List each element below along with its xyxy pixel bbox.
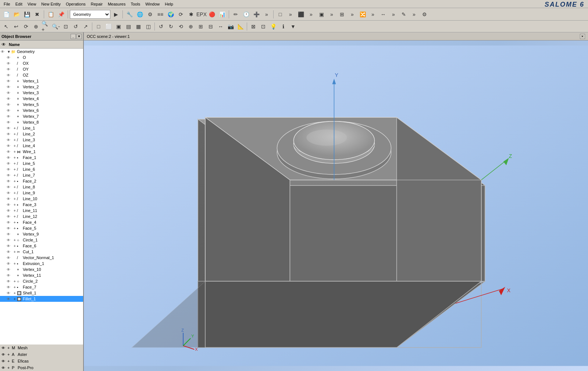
vt-pan[interactable]: ↩ xyxy=(11,22,21,31)
tree-expander-27[interactable]: + xyxy=(13,209,17,213)
tb-view-10[interactable]: » xyxy=(368,10,378,19)
tree-expander-36[interactable]: + xyxy=(13,262,17,266)
vt-shade3[interactable]: ▦ xyxy=(133,22,143,31)
tree-item-line-5[interactable]: 👁+/Line_5 xyxy=(0,160,83,166)
tree-eye-19[interactable]: 👁 xyxy=(7,162,13,166)
tree-eye-13[interactable]: 👁 xyxy=(7,126,13,130)
vt-props[interactable]: ℹ xyxy=(278,22,288,31)
tb-draw-3[interactable]: ➕ xyxy=(252,10,261,19)
tree-eye-28[interactable]: 👁 xyxy=(7,215,13,219)
menu-tools[interactable]: Tools xyxy=(128,1,142,7)
tree-item-vertex-1[interactable]: 👁 +Vertex_1 xyxy=(0,78,83,84)
tree-expander-21[interactable]: + xyxy=(13,173,17,177)
tree-expander-14[interactable]: + xyxy=(13,132,17,136)
tb-view-1[interactable]: □ xyxy=(275,10,285,19)
tree-eye-16[interactable]: 👁 xyxy=(7,144,13,148)
menu-edit[interactable]: Edit xyxy=(13,1,25,7)
tree-eye-36[interactable]: 👁 xyxy=(7,262,13,266)
tree-eye-20[interactable]: 👁 xyxy=(7,167,13,172)
tb-view-3[interactable]: ⬛ xyxy=(296,10,306,19)
tree-expander-28[interactable]: + xyxy=(13,215,17,219)
tree-item-line-7[interactable]: 👁+/Line_7 xyxy=(0,172,83,178)
tree-expander-39[interactable]: + xyxy=(13,279,17,283)
tree-expander-17[interactable]: + xyxy=(13,150,17,154)
tree-item-vertex-3[interactable]: 👁 +Vertex_3 xyxy=(0,90,83,96)
bottom-exp-0[interactable]: + xyxy=(7,346,12,350)
tree-item-face-1[interactable]: 👁+▪Face_1 xyxy=(0,155,83,160)
menu-measures[interactable]: Measures xyxy=(106,1,128,7)
vt-zoom-area[interactable]: 🔍+ xyxy=(41,22,51,31)
tb-icon-4[interactable]: ≡≡ xyxy=(156,10,165,19)
tree-eye-29[interactable]: 👁 xyxy=(7,220,13,225)
viewer-canvas[interactable]: Y Z X Z X Y xyxy=(84,40,588,371)
tree-expander-32[interactable]: + xyxy=(13,238,17,242)
paste-button[interactable]: 📌 xyxy=(56,10,66,19)
tb-view-14[interactable]: » xyxy=(409,10,419,19)
menu-help[interactable]: Help xyxy=(163,1,175,7)
tree-expander-29[interactable]: + xyxy=(13,220,17,225)
tree-eye-15[interactable]: 👁 xyxy=(7,138,13,142)
bottom-exp-2[interactable]: + xyxy=(7,359,12,363)
module-go-button[interactable]: ▶ xyxy=(111,10,121,19)
tree-item-geometry[interactable]: 👁▼📁Geometry xyxy=(0,49,83,54)
vt-zoom-fit[interactable]: ⊡ xyxy=(61,22,71,31)
vt-measure[interactable]: 📐 xyxy=(236,22,245,31)
tree-item-oy[interactable]: 👁 /OY xyxy=(0,66,83,72)
vt-rotate[interactable]: ⟳ xyxy=(21,22,31,31)
tree-item-vertex-6[interactable]: 👁 +Vertex_6 xyxy=(0,107,83,113)
tree-eye-1[interactable]: 👁 xyxy=(7,56,13,60)
tree-item-vertex-2[interactable]: 👁 +Vertex_2 xyxy=(0,84,83,90)
tree-eye-22[interactable]: 👁 xyxy=(7,179,13,183)
vt-origin[interactable]: ⊕ xyxy=(31,22,41,31)
vt-pointer[interactable]: ↖ xyxy=(1,22,11,31)
tree-eye-23[interactable]: 👁 xyxy=(7,185,13,189)
ob-close-button[interactable]: ✕ xyxy=(76,34,82,39)
tree-item-line-2[interactable]: 👁+/Line_2 xyxy=(0,131,83,137)
tree-eye-42[interactable]: 👁 xyxy=(7,297,13,301)
vt-grid[interactable]: ⊞ xyxy=(196,22,206,31)
tree-expander-40[interactable]: + xyxy=(13,285,17,289)
tree-expander-30[interactable]: + xyxy=(13,226,17,230)
tree-item-vertex-7[interactable]: 👁 +Vertex_7 xyxy=(0,113,83,119)
tree-item-wire-1[interactable]: 👁+⋈Wire_1 xyxy=(0,149,83,155)
tree-eye-24[interactable]: 👁 xyxy=(7,191,13,195)
bottom-item-eficas[interactable]: 👁+EEficas xyxy=(0,358,83,364)
tree-item-vector-normal-1[interactable]: 👁 /Vector_Normal_1 xyxy=(0,255,83,261)
vt-fit-area[interactable]: ⊕ xyxy=(186,22,196,31)
vt-shade4[interactable]: ◫ xyxy=(143,22,153,31)
tree-expander-15[interactable]: + xyxy=(13,138,17,142)
vt-clipping[interactable]: ⊡ xyxy=(259,22,268,31)
menu-repair[interactable]: Repair xyxy=(89,1,105,7)
tb-icon-8[interactable]: EPX xyxy=(197,10,206,19)
tree-item-cut-1[interactable]: 👁+✂Cut_1 xyxy=(0,249,83,255)
vt-shading[interactable]: ⬜ xyxy=(104,22,113,31)
ob-minimize-button[interactable]: _ xyxy=(71,34,76,39)
tree-item-face-2[interactable]: 👁+▪Face_2 xyxy=(0,178,83,184)
tb-view-6[interactable]: » xyxy=(327,10,336,19)
tb-icon-5[interactable]: 🌍 xyxy=(166,10,175,19)
bottom-exp-1[interactable]: + xyxy=(7,352,12,357)
vt-more[interactable]: ▼ xyxy=(288,22,298,31)
tree-item-extrusion-1[interactable]: 👁+▪Extrusion_1 xyxy=(0,261,83,266)
vt-screenshot[interactable]: 📷 xyxy=(226,22,235,31)
tb-view-2[interactable]: » xyxy=(286,10,295,19)
tree-eye-17[interactable]: 👁 xyxy=(7,150,13,154)
tree-eye-8[interactable]: 👁 xyxy=(7,97,13,101)
vt-shade2[interactable]: ▤ xyxy=(124,22,133,31)
tree-item-face-5[interactable]: 👁+▪Face_5 xyxy=(0,225,83,231)
tree-item-oz[interactable]: 👁 /OZ xyxy=(0,72,83,78)
vt-spin[interactable]: ⟲ xyxy=(176,22,186,31)
tb-icon-6[interactable]: ⟳ xyxy=(176,10,186,19)
vt-axis[interactable]: ↔ xyxy=(216,22,225,31)
tree-eye-14[interactable]: 👁 xyxy=(7,132,13,136)
tree-item-face-4[interactable]: 👁+▪Face_4 xyxy=(0,219,83,225)
tree-item-circle-2[interactable]: 👁+○Circle_2 xyxy=(0,278,83,284)
tree-item-face-3[interactable]: 👁+▪Face_3 xyxy=(0,202,83,208)
tree-eye-31[interactable]: 👁 xyxy=(7,232,13,236)
tb-draw-4[interactable]: » xyxy=(262,10,271,19)
tree-eye-26[interactable]: 👁 xyxy=(7,203,13,207)
menu-operations[interactable]: Operations xyxy=(64,1,88,7)
bottom-exp-3[interactable]: + xyxy=(7,365,12,370)
tree-item-circle-1[interactable]: 👁+○Circle_1 xyxy=(0,237,83,243)
tb-view-9[interactable]: 🔀 xyxy=(358,10,367,19)
